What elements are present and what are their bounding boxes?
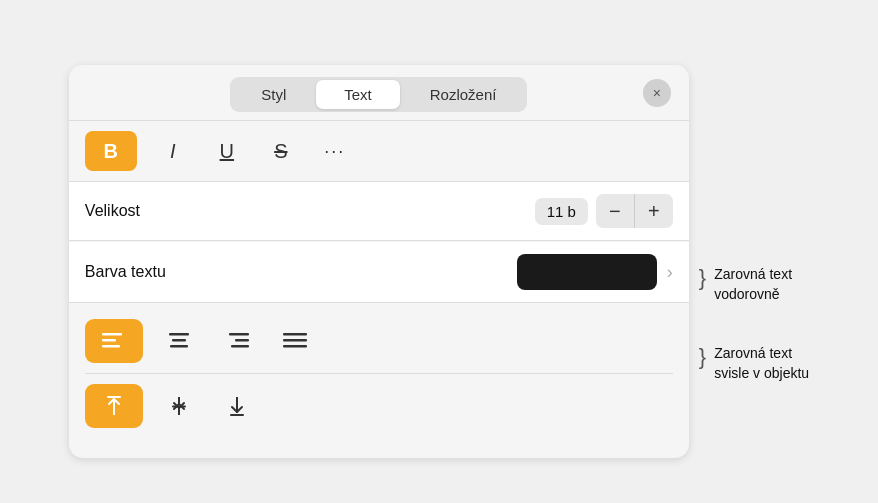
more-button[interactable]: ··· [317, 131, 353, 171]
valign-top-button[interactable] [85, 384, 143, 428]
align-justify-button[interactable] [273, 319, 317, 363]
svg-rect-5 [170, 345, 188, 348]
svg-rect-2 [102, 345, 120, 348]
color-row: Barva textu › [69, 242, 689, 302]
bold-button[interactable]: B [85, 131, 137, 171]
size-row: Velikost 11 b − + [69, 182, 689, 240]
valign-middle-button[interactable] [157, 384, 201, 428]
tab-group: Styl Text Rozložení [230, 77, 527, 112]
italic-button[interactable]: I [155, 131, 191, 171]
annotation-horizontal: } Zarovná text vodorovně [699, 265, 809, 304]
panel: Styl Text Rozložení × B I U S ··· Veliko… [69, 65, 689, 458]
stepper-group: 11 b − + [535, 194, 673, 228]
align-center-button[interactable] [157, 319, 201, 363]
svg-rect-26 [230, 414, 244, 416]
tab-rozlozeni[interactable]: Rozložení [402, 80, 525, 109]
strikethrough-button[interactable]: S [263, 131, 299, 171]
increment-button[interactable]: + [635, 194, 673, 228]
color-label: Barva textu [85, 263, 517, 281]
size-label: Velikost [85, 202, 535, 220]
valign-row [85, 380, 673, 432]
tab-text[interactable]: Text [316, 80, 400, 109]
svg-rect-1 [102, 339, 116, 342]
svg-rect-6 [229, 333, 249, 336]
svg-rect-4 [172, 339, 186, 342]
tab-bar: Styl Text Rozložení × [69, 65, 689, 120]
align-divider [85, 373, 673, 374]
bracket-vertical: } [699, 346, 706, 368]
svg-rect-22 [172, 406, 186, 408]
svg-rect-7 [235, 339, 249, 342]
annotation-vertical-text: Zarovná text svisle v objektu [714, 344, 809, 383]
format-row: B I U S ··· [69, 121, 689, 181]
valign-bottom-button[interactable] [215, 384, 259, 428]
svg-rect-10 [283, 339, 307, 342]
svg-rect-11 [283, 345, 307, 348]
close-button[interactable]: × [643, 79, 671, 107]
main-container: Styl Text Rozložení × B I U S ··· Veliko… [69, 65, 809, 458]
annotations: } Zarovná text vodorovně } Zarovná text … [699, 65, 809, 383]
bracket-horizontal: } [699, 267, 706, 289]
decrement-button[interactable]: − [596, 194, 634, 228]
svg-rect-9 [283, 333, 307, 336]
tab-styl[interactable]: Styl [233, 80, 314, 109]
halign-row [85, 315, 673, 367]
svg-rect-3 [169, 333, 189, 336]
color-swatch[interactable] [517, 254, 657, 290]
annotation-horizontal-text: Zarovná text vodorovně [714, 265, 792, 304]
align-section [69, 303, 689, 438]
underline-button[interactable]: U [209, 131, 245, 171]
svg-rect-0 [102, 333, 122, 336]
divider-2 [69, 240, 689, 241]
align-left-button[interactable] [85, 319, 143, 363]
annotation-vertical: } Zarovná text svisle v objektu [699, 344, 809, 383]
align-right-button[interactable] [215, 319, 259, 363]
chevron-right-icon[interactable]: › [667, 262, 673, 283]
svg-rect-8 [231, 345, 249, 348]
svg-rect-12 [107, 396, 121, 398]
size-value: 11 b [535, 198, 588, 225]
